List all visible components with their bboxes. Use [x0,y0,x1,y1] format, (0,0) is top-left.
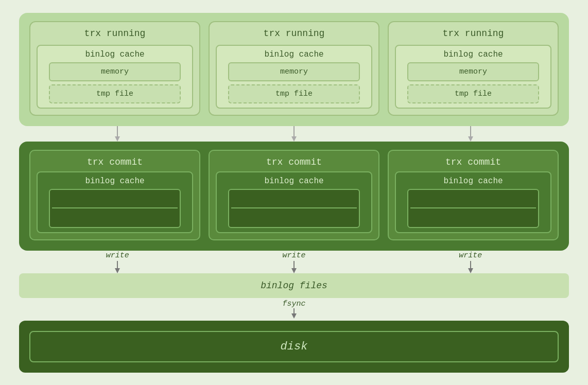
tmp-file-box-2: tmp file [228,84,360,103]
binlog-cache-dark-3: binlog cache [395,171,551,233]
binlog-cache-label-3: binlog cache [443,50,503,59]
trx-running-title-3: trx running [443,28,504,41]
write-arrows-row: write write write [19,251,569,273]
inner-content-1 [49,189,181,228]
memory-box-3: memory [407,62,539,81]
write-cell-1: write [29,251,206,273]
fsync-arrow-icon [290,308,298,319]
middle-section: trx commit binlog cache trx commit binlo… [19,142,569,251]
trx-commit-title-1: trx commit [87,157,143,167]
tmp-file-box-1: tmp file [49,84,181,103]
inner-content-3 [407,189,539,228]
memory-box-1: memory [49,62,181,81]
trx-commit-title-2: trx commit [266,157,322,167]
binlog-cache-dark-2: binlog cache [216,171,372,233]
disk-section: disk [19,321,569,373]
inner-bottom-3 [410,208,536,225]
inner-bottom-1 [52,208,178,225]
binlog-cache-light-2: binlog cache memory tmp file [216,45,372,109]
trx-commit-box-1: trx commit binlog cache [29,150,200,240]
write-label-1: write [106,251,129,260]
trx-running-title-1: trx running [84,28,146,41]
binlog-files-section: binlog files [19,273,569,298]
write-label-2: write [283,251,306,260]
binlog-cache-dark-1: binlog cache [37,171,193,233]
svg-marker-13 [291,313,297,319]
disk-inner: disk [29,331,559,362]
top-section: trx running binlog cache memory tmp file… [19,13,569,126]
binlog-cache-label-1: binlog cache [85,50,144,59]
arrow-down-2 [206,126,383,142]
trx-commit-title-3: trx commit [445,157,501,167]
write-cell-3: write [382,251,559,273]
arrow-down-3 [382,126,559,142]
arrow-down-1 [29,126,206,142]
inner-bottom-2 [231,208,357,225]
binlog-cache-dark-label-2: binlog cache [264,177,323,186]
svg-marker-5 [468,136,473,142]
inner-top-3 [410,192,536,208]
binlog-cache-dark-label-3: binlog cache [443,177,503,186]
svg-marker-9 [291,268,297,273]
binlog-cache-dark-label-1: binlog cache [85,177,144,186]
inner-top-1 [52,192,178,208]
fsync-label: fsync [282,300,305,308]
trx-running-title-2: trx running [264,28,325,41]
inner-content-2 [228,189,360,228]
svg-marker-3 [291,136,297,142]
svg-marker-11 [468,268,473,273]
trx-running-box-1: trx running binlog cache memory tmp file [29,21,200,116]
write-cell-2: write [206,251,383,273]
trx-commit-box-2: trx commit binlog cache [209,150,379,240]
binlog-cache-label-2: binlog cache [264,50,323,59]
tmp-file-box-3: tmp file [407,84,539,103]
memory-box-2: memory [228,62,360,81]
fsync-row: fsync [19,298,569,321]
top-to-middle-arrows [19,126,569,142]
svg-marker-1 [115,136,120,142]
trx-running-box-2: trx running binlog cache memory tmp file [209,21,379,116]
binlog-files-label: binlog files [261,281,327,291]
trx-running-box-3: trx running binlog cache memory tmp file [388,21,559,116]
disk-label: disk [281,340,308,353]
svg-marker-7 [115,268,120,273]
diagram: trx running binlog cache memory tmp file… [11,5,577,381]
binlog-cache-light-1: binlog cache memory tmp file [37,45,193,109]
inner-top-2 [231,192,357,208]
write-label-3: write [459,251,482,260]
binlog-cache-light-3: binlog cache memory tmp file [395,45,551,109]
trx-commit-box-3: trx commit binlog cache [388,150,559,240]
